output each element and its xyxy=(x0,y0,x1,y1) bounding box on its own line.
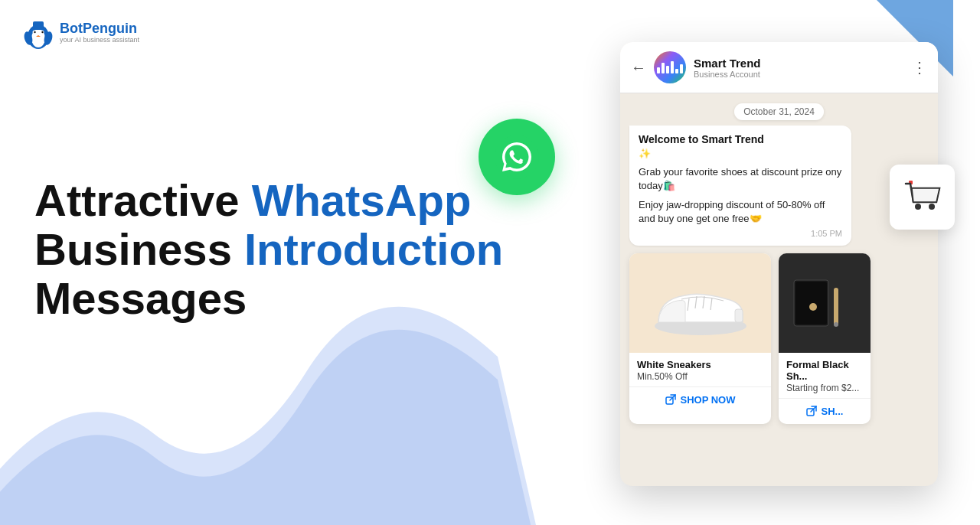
more-options-icon[interactable]: ⋮ xyxy=(912,58,927,77)
product-image-1 xyxy=(629,253,771,353)
logo-title: BotPenguin xyxy=(60,21,139,37)
svg-point-4 xyxy=(34,31,35,33)
message-time: 1:05 PM xyxy=(639,229,842,238)
shop-now-label-2: SH... xyxy=(822,406,844,417)
message-line1: Grab your favorite shoes at discount pri… xyxy=(639,165,842,193)
shop-now-button-2[interactable]: SH... xyxy=(779,398,871,424)
back-arrow-icon[interactable]: ← xyxy=(631,59,646,77)
cart-icon xyxy=(903,178,942,217)
logo-icon xyxy=(23,15,54,50)
svg-rect-28 xyxy=(795,282,827,324)
formal-shoe-image xyxy=(779,265,871,341)
avatar-bars xyxy=(654,58,686,77)
svg-point-15 xyxy=(915,204,921,210)
product-info-2: Formal Black Sh... Starting from $2... xyxy=(779,353,871,393)
whatsapp-icon xyxy=(495,135,539,179)
logo-text: BotPenguin your AI business assistant xyxy=(60,21,139,44)
message-emoji: ✨ xyxy=(639,147,842,161)
headline-text: Attractive WhatsApp Business Introductio… xyxy=(34,176,503,322)
svg-point-30 xyxy=(834,322,838,327)
external-link-icon-2 xyxy=(806,406,817,416)
date-text: October 31, 2024 xyxy=(734,103,824,120)
svg-rect-29 xyxy=(834,288,838,326)
product-card-1: White Sneakers Min.50% Off SHOP NOW xyxy=(629,253,771,424)
product-price-1: Min.50% Off xyxy=(637,371,763,382)
message-bubble: Welcome to Smart Trend ✨ Grab your favor… xyxy=(629,126,851,246)
shop-now-label-1: SHOP NOW xyxy=(681,394,736,406)
product-card-2: Formal Black Sh... Starting from $2... S… xyxy=(779,253,871,424)
sneaker-image xyxy=(643,265,758,341)
svg-point-31 xyxy=(809,303,817,311)
contact-info: Smart Trend Business Account xyxy=(694,57,904,79)
shop-now-button-1[interactable]: SHOP NOW xyxy=(629,386,771,412)
logo-subtitle: your AI business assistant xyxy=(60,36,139,44)
product-name-2: Formal Black Sh... xyxy=(786,359,863,382)
external-link-icon xyxy=(665,394,676,405)
svg-rect-10 xyxy=(31,28,46,30)
headline-block: Attractive WhatsApp Business Introductio… xyxy=(34,176,503,322)
product-name-1: White Sneakers xyxy=(637,359,763,370)
date-badge: October 31, 2024 xyxy=(620,104,938,118)
whatsapp-icon-bubble xyxy=(479,119,555,195)
logo: BotPenguin your AI business assistant xyxy=(23,15,139,50)
chat-mockup: ← Smart Trend Business Account ⋮ October… xyxy=(620,42,938,486)
svg-point-11 xyxy=(495,135,539,179)
product-image-2 xyxy=(779,253,871,353)
cart-card xyxy=(890,165,955,230)
svg-point-5 xyxy=(41,31,43,33)
chat-header: ← Smart Trend Business Account ⋮ xyxy=(620,42,938,93)
product-info-1: White Sneakers Min.50% Off xyxy=(629,353,771,382)
products-row: White Sneakers Min.50% Off SHOP NOW xyxy=(629,253,938,424)
svg-rect-23 xyxy=(735,309,743,322)
contact-status: Business Account xyxy=(694,70,904,79)
svg-point-16 xyxy=(929,204,935,210)
product-price-2: Starting from $2... xyxy=(786,383,863,393)
contact-avatar xyxy=(654,51,686,83)
contact-name: Smart Trend xyxy=(694,57,904,70)
message-title: Welcome to Smart Trend xyxy=(639,133,842,145)
message-line2: Enjoy jaw-dropping discount of 50-80% of… xyxy=(639,198,842,226)
